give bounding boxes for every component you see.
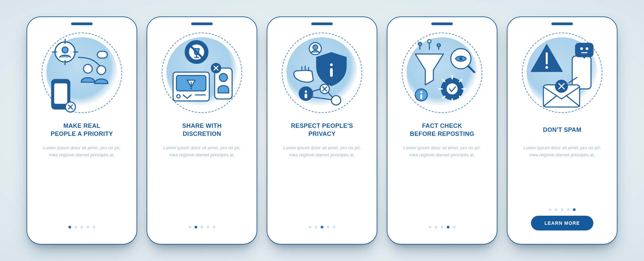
svg-rect-32 — [305, 94, 307, 98]
screen-title: DON'T SPAM — [543, 121, 582, 139]
dot-3[interactable] — [321, 226, 323, 228]
share-discretion-icon — [162, 33, 242, 113]
onboarding-screen-2: SHARE WITH DISCRETION Lorem ipsum dolor … — [147, 16, 257, 245]
svg-point-41 — [428, 40, 431, 43]
dot-2[interactable] — [555, 208, 557, 211]
pagination-dots[interactable] — [309, 226, 335, 228]
svg-rect-11 — [54, 83, 68, 104]
dot-4[interactable] — [447, 226, 449, 228]
svg-point-2 — [62, 47, 68, 53]
svg-point-7 — [84, 64, 92, 73]
svg-line-53 — [460, 96, 462, 98]
dot-5[interactable] — [93, 226, 95, 228]
svg-rect-29 — [330, 68, 333, 77]
svg-rect-9 — [97, 51, 107, 58]
svg-point-21 — [191, 88, 192, 89]
privacy-icon — [282, 33, 362, 113]
svg-rect-62 — [572, 56, 591, 89]
svg-point-8 — [97, 66, 106, 74]
dot-4[interactable] — [567, 208, 570, 211]
svg-point-28 — [330, 63, 333, 66]
svg-point-56 — [446, 83, 458, 95]
dot-5[interactable] — [213, 226, 215, 228]
dot-4[interactable] — [87, 226, 89, 228]
dot-5[interactable] — [333, 226, 335, 228]
dot-4[interactable] — [327, 226, 329, 228]
svg-point-31 — [305, 91, 307, 93]
fact-check-icon — [402, 33, 482, 113]
dot-1[interactable] — [429, 226, 431, 228]
svg-point-39 — [418, 42, 422, 46]
svg-point-65 — [586, 47, 588, 50]
dot-3[interactable] — [561, 208, 564, 211]
screen-title: MAKE REAL PEOPLE A PRIORITY — [51, 121, 113, 139]
dot-1[interactable] — [309, 226, 311, 228]
screen-description: Lorem ipsum dolor sit amet, pro no pri, … — [398, 145, 486, 159]
pagination-dots[interactable] — [429, 226, 455, 228]
dot-3[interactable] — [201, 226, 203, 228]
screen-description: Lorem ipsum dolor sit amet, pro no pri, … — [158, 145, 246, 159]
svg-rect-63 — [576, 43, 593, 57]
people-priority-icon — [42, 33, 122, 113]
screen-title: RESPECT PEOPLE'S PRIVACY — [291, 121, 353, 139]
dot-3[interactable] — [441, 226, 443, 228]
onboarding-screen-3: RESPECT PEOPLE'S PRIVACY Lorem ipsum dol… — [267, 16, 377, 245]
dot-3[interactable] — [80, 226, 83, 228]
pagination-dots[interactable] — [189, 226, 215, 228]
svg-line-55 — [443, 96, 445, 98]
svg-line-35 — [312, 89, 321, 92]
learn-more-button[interactable]: LEARN MORE — [531, 216, 593, 230]
svg-point-64 — [580, 47, 583, 50]
svg-point-43 — [437, 44, 440, 47]
svg-rect-59 — [420, 94, 422, 99]
onboarding-screen-1: MAKE REAL PEOPLE A PRIORITY Lorem ipsum … — [26, 16, 137, 245]
dont-spam-icon — [522, 33, 602, 113]
svg-point-24 — [219, 73, 227, 82]
dot-4[interactable] — [207, 226, 209, 228]
dot-2[interactable] — [74, 226, 77, 228]
pagination-dots[interactable] — [549, 208, 576, 211]
dot-1[interactable] — [68, 226, 71, 228]
dot-5[interactable] — [453, 226, 455, 228]
pagination-dots[interactable] — [68, 226, 95, 228]
screen-description: Lorem ipsum dolor sit amet, pro no pri, … — [278, 145, 366, 159]
dot-2[interactable] — [315, 226, 317, 228]
dot-5[interactable] — [573, 208, 576, 211]
svg-line-46 — [468, 66, 474, 72]
svg-point-61 — [545, 66, 548, 69]
dot-2[interactable] — [435, 226, 437, 228]
onboarding-screen-5: DON'T SPAM Lorem ipsum dolor sit amet, p… — [507, 16, 618, 245]
dot-2[interactable] — [195, 226, 197, 228]
screen-description: Lorem ipsum dolor sit amet, pro no pri, … — [38, 145, 125, 159]
screen-title: SHARE WITH DISCRETION — [182, 121, 222, 139]
svg-point-27 — [313, 45, 318, 50]
screen-description: Lorem ipsum dolor sit amet, pro no pri, … — [519, 145, 606, 159]
svg-line-54 — [460, 80, 462, 82]
dot-1[interactable] — [549, 208, 551, 211]
svg-line-52 — [443, 80, 445, 82]
svg-line-37 — [311, 97, 331, 100]
svg-line-36 — [328, 92, 333, 98]
svg-point-58 — [420, 91, 422, 93]
screen-title: FACT CHECK BEFORE REPOSTING — [410, 121, 474, 139]
onboarding-screen-4: FACT CHECK BEFORE REPOSTING Lorem ipsum … — [387, 16, 497, 245]
dot-1[interactable] — [189, 226, 191, 228]
svg-point-45 — [459, 57, 463, 60]
